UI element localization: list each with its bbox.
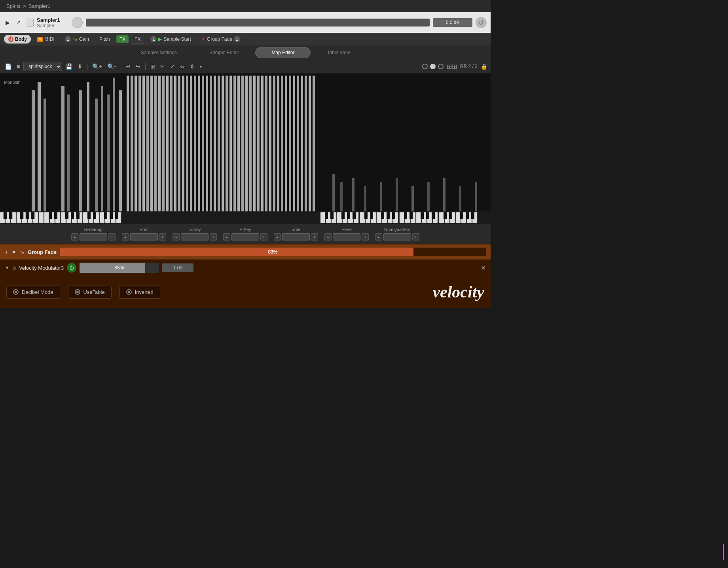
svg-rect-134 xyxy=(400,212,404,223)
use-table-radio-inner xyxy=(76,291,79,293)
power-button[interactable]: ⏻ xyxy=(72,17,83,28)
svg-rect-16 xyxy=(135,76,137,211)
undo-button[interactable]: ↺ xyxy=(476,17,487,28)
save-button[interactable]: 💾 xyxy=(64,62,74,70)
vel-value[interactable]: 1.00 xyxy=(162,263,193,272)
list-button[interactable]: ≡ xyxy=(15,62,21,70)
svg-rect-42 xyxy=(237,76,240,211)
preset-selector[interactable]: spiritspluck xyxy=(23,62,62,71)
rrgroup-input[interactable] xyxy=(80,233,107,240)
hikey-input[interactable] xyxy=(231,233,259,240)
decibel-mode-radio[interactable] xyxy=(13,289,19,295)
vel-close-button[interactable]: ✕ xyxy=(481,264,486,272)
undo-map-button[interactable]: ↩ xyxy=(124,62,132,70)
volume-display[interactable]: 0.0 dB xyxy=(433,18,472,27)
lokey-minus[interactable]: - xyxy=(173,233,180,240)
hivel-minus[interactable]: - xyxy=(324,233,332,240)
numquarters-input[interactable] xyxy=(383,233,411,240)
module-body[interactable]: ⏻ Body xyxy=(4,35,31,44)
svg-rect-157 xyxy=(471,212,474,219)
tab-sample-editor[interactable]: Sample Editor xyxy=(193,47,255,58)
use-table-toggle[interactable]: UseTable xyxy=(68,286,112,299)
vel-power-button[interactable]: ⏻ xyxy=(67,263,76,273)
module-gain-label: Gain xyxy=(79,36,89,42)
mirror-h-button[interactable]: ⇔ xyxy=(178,62,186,70)
hivel-plus[interactable]: + xyxy=(362,233,369,240)
tab-map-editor[interactable]: Map Editor xyxy=(255,47,311,58)
svg-rect-23 xyxy=(162,76,165,211)
lokey-plus[interactable]: + xyxy=(210,233,217,240)
numquarters-plus[interactable]: + xyxy=(412,233,419,240)
svg-rect-95 xyxy=(65,212,68,219)
module-body-label: Body xyxy=(15,36,27,42)
grid-button[interactable]: ⊞ xyxy=(149,62,157,70)
inverted-toggle[interactable]: Inverted xyxy=(119,286,160,299)
module-fx2[interactable]: FX xyxy=(131,35,144,44)
rrgroup-minus[interactable]: - xyxy=(71,233,78,240)
svg-rect-36 xyxy=(214,76,216,211)
cut-button[interactable]: ✂ xyxy=(159,62,167,70)
mirror-v-button[interactable]: ⇕ xyxy=(188,62,196,70)
breadcrumb-parent[interactable]: Spirits xyxy=(6,3,21,9)
block-button[interactable]: ▪ xyxy=(198,62,203,70)
group-add-button[interactable]: + xyxy=(5,249,8,255)
lovel-plus[interactable]: + xyxy=(311,233,318,240)
zoom-out-button[interactable]: 🔍- xyxy=(106,62,118,70)
radio-2[interactable] xyxy=(430,64,436,69)
piano-label: Monolith xyxy=(4,80,21,85)
numquarters-minus[interactable]: - xyxy=(375,233,382,240)
hikey-minus[interactable]: - xyxy=(223,233,230,240)
svg-rect-131 xyxy=(381,212,384,219)
svg-rect-32 xyxy=(198,76,200,211)
svg-rect-130 xyxy=(370,212,373,219)
decibel-mode-toggle[interactable]: Decibel Mode xyxy=(6,286,60,299)
tab-sampler-settings[interactable]: Sampler Settings xyxy=(125,47,193,58)
export-button[interactable]: ↗ xyxy=(15,19,23,27)
lovel-minus[interactable]: - xyxy=(274,233,281,240)
group-dropdown-button[interactable]: ▼ xyxy=(11,249,17,255)
svg-rect-2 xyxy=(32,90,35,211)
play-button[interactable]: ▶ xyxy=(4,19,11,27)
module-midi[interactable]: M MIDI xyxy=(33,35,59,43)
root-input[interactable] xyxy=(130,233,158,240)
new-file-button[interactable]: 📄 xyxy=(3,62,13,70)
svg-rect-17 xyxy=(138,76,141,211)
radio-1[interactable] xyxy=(422,64,428,69)
module-sample-start[interactable]: 1 ▶ Sample Start xyxy=(146,35,195,44)
inverted-radio[interactable] xyxy=(126,289,132,295)
lokey-input[interactable] xyxy=(181,233,209,240)
svg-rect-63 xyxy=(340,182,343,211)
module-group-fade[interactable]: ✕ Group Fade 1 xyxy=(197,35,244,44)
group-fade-badge: 1 xyxy=(234,36,240,42)
svg-rect-71 xyxy=(459,186,461,211)
hivel-row: - + xyxy=(324,233,369,240)
svg-rect-13 xyxy=(119,90,122,211)
vel-bar[interactable]: 83% xyxy=(80,263,159,273)
transport-bar: ▶ ↗ Sampler1 Sampler ⏻ 0.0 dB ↺ xyxy=(0,12,491,33)
hivel-input[interactable] xyxy=(333,233,360,240)
module-fx1[interactable]: FX xyxy=(116,35,129,43)
tab-table-view[interactable]: Table View xyxy=(311,47,366,58)
svg-rect-4 xyxy=(44,98,46,211)
group-wave-button[interactable]: ∿ xyxy=(20,249,25,255)
zoom-in-button[interactable]: 🔍+ xyxy=(91,62,104,70)
expand-button[interactable]: ⤢ xyxy=(169,62,176,70)
svg-rect-120 xyxy=(347,212,350,219)
root-minus[interactable]: - xyxy=(122,233,129,240)
rrgroup-plus[interactable]: + xyxy=(108,233,116,240)
vel-link-button[interactable]: ⎋ xyxy=(13,265,16,271)
velocity-mod-header: ▼ ⎋ Velocity Modulator3 ⏻ 83% 1.00 ✕ xyxy=(0,259,491,276)
root-plus[interactable]: + xyxy=(159,233,166,240)
radio-3[interactable] xyxy=(438,64,444,69)
hikey-plus[interactable]: + xyxy=(260,233,267,240)
group-bar[interactable]: 83% xyxy=(60,248,486,256)
lovel-input[interactable] xyxy=(282,233,310,240)
redo-map-button[interactable]: ↪ xyxy=(134,62,142,70)
rrgroup-label: RRGroup xyxy=(84,227,102,232)
use-table-radio[interactable] xyxy=(75,289,80,295)
vel-collapse-button[interactable]: ▼ xyxy=(5,265,9,271)
rr-label: RR 2 / 3 xyxy=(460,64,478,69)
module-gain[interactable]: 1 ∿ Gain xyxy=(61,35,93,44)
module-pitch[interactable]: Pitch xyxy=(95,35,114,43)
download-button[interactable]: ⬇ xyxy=(76,62,84,70)
